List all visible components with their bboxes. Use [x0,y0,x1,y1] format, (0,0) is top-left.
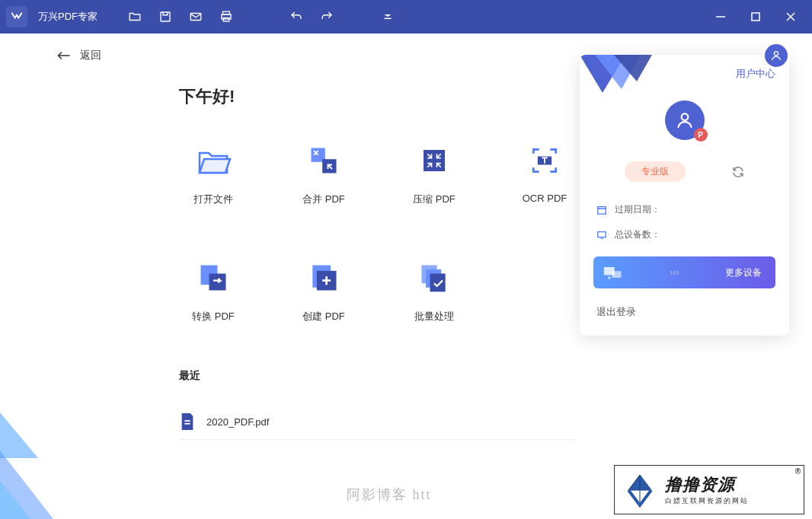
svg-rect-4 [223,18,229,22]
back-label: 返回 [80,49,101,62]
recent-section: 最近 2020_PDF.pdf [179,369,766,440]
svg-rect-5 [385,18,392,20]
monitor-icon [596,230,607,240]
convert-pdf-icon [195,260,232,296]
svg-rect-13 [424,150,445,171]
svg-marker-27 [0,451,53,519]
avatar-wrap: P [580,100,789,140]
mail-icon[interactable] [189,10,203,24]
user-badge[interactable] [765,44,788,67]
svg-marker-28 [0,481,30,519]
close-icon[interactable] [785,11,797,23]
recent-file-name: 2020_PDF.pdf [206,416,269,428]
titlebar: 万兴PDF专家 [0,0,812,33]
more-devices-button[interactable]: ››› 更多设备 [593,256,775,288]
action-label: 创建 PDF [302,310,345,323]
print-icon[interactable] [219,10,233,24]
logout-button[interactable]: 退出登录 [580,288,789,336]
pdf-file-icon [179,412,196,431]
action-label: 打开文件 [193,193,233,206]
user-panel: 用户中心 P 专业版 过期日期： 总设备数： ››› 更多设备 退出登录 [580,55,789,336]
plan-row: 专业版 [580,161,789,182]
action-create-pdf[interactable]: 创建 PDF [289,260,358,323]
devices-label: 总设备数： [615,228,660,241]
svg-rect-35 [598,231,606,237]
svg-rect-24 [184,420,190,422]
watermark-logo: 撸撸资源 白嫖互联网资源的网站 ® [614,465,804,514]
open-file-icon [195,142,232,179]
save-icon[interactable] [158,10,172,24]
avatar-plan-badge: P [694,128,708,142]
action-compress-pdf[interactable]: 压缩 PDF [400,142,468,206]
svg-rect-23 [430,274,446,292]
svg-rect-38 [612,271,621,278]
panel-decoration [580,55,656,100]
toolbar-icons [128,10,395,24]
action-label: OCR PDF [523,193,567,204]
action-label: 压缩 PDF [413,193,456,206]
expire-row: 过期日期： [596,203,772,216]
action-label: 合并 PDF [302,193,345,206]
ocr-pdf-icon [526,142,563,179]
corner-decoration-left [0,382,69,519]
action-label: 批量处理 [414,310,454,323]
folder-icon[interactable] [128,10,142,24]
plan-badge: 专业版 [625,161,686,182]
info-rows: 过期日期： 总设备数： [580,182,789,241]
expire-label: 过期日期： [615,203,660,216]
devices-graphic-icon [603,263,624,282]
more-devices-label: 更多设备 [725,266,762,279]
watermark-main-text: 撸撸资源 [665,473,749,496]
action-label: 转换 PDF [192,310,235,323]
app-title: 万兴PDF专家 [38,10,98,24]
avatar[interactable]: P [665,100,705,140]
refresh-icon[interactable] [731,165,745,179]
menu-icon[interactable] [381,10,395,24]
minimize-icon[interactable] [714,11,727,23]
action-convert-pdf[interactable]: 转换 PDF [179,260,248,323]
maximize-icon[interactable] [750,11,762,23]
svg-point-32 [681,113,688,120]
svg-marker-26 [0,412,38,458]
watermark-registered: ® [795,467,801,476]
calendar-icon [596,205,607,215]
watermark-sub-text: 白嫖互联网资源的网站 [665,496,749,506]
watermark-logo-icon [621,471,659,509]
recent-item[interactable]: 2020_PDF.pdf [179,404,575,440]
action-ocr-pdf[interactable]: OCR PDF [510,142,579,206]
svg-rect-25 [184,423,190,425]
batch-process-icon [416,260,452,296]
svg-rect-33 [598,206,606,214]
recent-title: 最近 [179,369,766,383]
action-merge-pdf[interactable]: 合并 PDF [289,142,358,206]
panel-header: 用户中心 [580,55,789,93]
undo-icon[interactable] [289,10,303,24]
action-batch-process[interactable]: 批量处理 [400,260,468,323]
svg-rect-0 [161,12,170,21]
svg-rect-7 [752,13,759,21]
svg-point-10 [774,52,778,56]
merge-pdf-icon [305,142,342,179]
svg-rect-18 [209,274,226,291]
window-controls [714,11,806,23]
devices-row: 总设备数： [596,228,772,241]
action-open-file[interactable]: 打开文件 [179,142,248,206]
redo-icon[interactable] [320,10,334,24]
compress-pdf-icon [416,142,452,179]
user-center-link[interactable]: 用户中心 [736,67,775,81]
create-pdf-icon [305,260,342,296]
svg-point-39 [608,276,611,279]
app-logo [6,6,27,27]
